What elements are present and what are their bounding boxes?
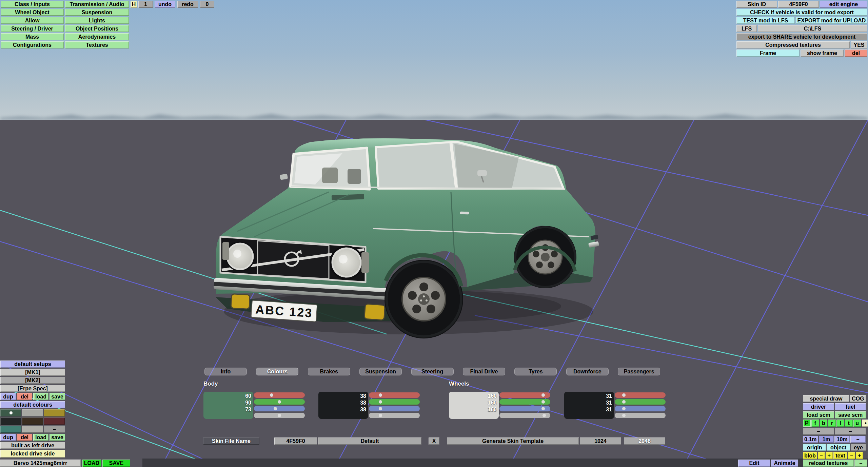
minus-button[interactable]: –: [848, 452, 855, 459]
lfs-button[interactable]: LFS: [736, 25, 757, 32]
wheels-secondary-slider-green[interactable]: [615, 399, 666, 405]
animate-mode-button[interactable]: Animate: [771, 460, 798, 467]
colours-del-button[interactable]: del: [17, 434, 32, 441]
load-vehicle-button[interactable]: LOAD: [82, 460, 101, 467]
b-button[interactable]: b: [820, 420, 828, 427]
wheels-main-slider-handle-shade[interactable]: [542, 414, 546, 417]
save-vehicle-button[interactable]: SAVE: [102, 460, 130, 467]
menu-textures[interactable]: Textures: [65, 41, 129, 48]
menu-steering-driver[interactable]: Steering / Driver: [1, 25, 64, 32]
tab-final-drive[interactable]: Final Drive: [463, 368, 505, 375]
body-main-slider-handle-blue[interactable]: [274, 407, 277, 410]
setup-save-button[interactable]: save: [50, 393, 65, 400]
colour-swatch-3[interactable]: [0, 417, 21, 425]
body-main-slider-red[interactable]: [254, 392, 305, 398]
body-secondary-slider-shade[interactable]: [369, 413, 420, 418]
0-1m-button[interactable]: 0.1m: [803, 436, 818, 443]
object-button[interactable]: object: [827, 444, 850, 451]
body-main-slider-handle-red[interactable]: [270, 393, 273, 397]
tab-passengers[interactable]: Passengers: [618, 368, 660, 375]
wheels-secondary-slider-handle-blue[interactable]: [622, 407, 626, 410]
colour-swatch-2[interactable]: [44, 409, 65, 416]
reload-textures-minus-button[interactable]: –: [854, 460, 867, 467]
wheels-main-slider-shade[interactable]: [499, 413, 550, 418]
setup-load-button[interactable]: load: [33, 393, 48, 400]
frame-button[interactable]: Frame: [736, 50, 800, 57]
minus-button[interactable]: –: [803, 428, 834, 435]
body-secondary-slider-handle-blue[interactable]: [379, 407, 382, 410]
locked-drive-side-button[interactable]: locked drive side: [0, 450, 65, 458]
body-secondary-swatch[interactable]: 383838: [318, 392, 368, 419]
skin-res-2048-button[interactable]: 2048: [624, 437, 665, 445]
wheels-main-slider-green[interactable]: [499, 399, 550, 405]
tab-info[interactable]: Info: [204, 368, 247, 375]
body-main-slider-shade[interactable]: [254, 413, 305, 418]
l-button[interactable]: l: [836, 420, 844, 427]
body-main-slider-handle-green[interactable]: [278, 400, 281, 404]
f-button[interactable]: f: [811, 420, 819, 427]
blob-button[interactable]: blob: [803, 452, 817, 459]
wheels-secondary-slider-handle-red[interactable]: [622, 393, 626, 397]
tab-brakes[interactable]: Brakes: [308, 368, 350, 375]
wheels-secondary-slider-blue[interactable]: [615, 406, 666, 411]
skin-id-value[interactable]: 4F59F0: [778, 1, 819, 8]
wheels-secondary-slider-handle-shade[interactable]: [622, 414, 626, 417]
10m-button[interactable]: 10m: [834, 436, 850, 443]
wheels-secondary-slider-handle-green[interactable]: [622, 400, 626, 404]
setup-del-button[interactable]: del: [17, 393, 32, 400]
body-secondary-slider-red[interactable]: [369, 392, 420, 398]
minus-button[interactable]: –: [850, 436, 866, 443]
driver-button[interactable]: driver: [803, 403, 834, 410]
skin-clear-button[interactable]: X: [429, 437, 439, 445]
vehicle-name-button[interactable]: Bervo 1425mag6mirr: [0, 460, 81, 467]
body-main-swatch[interactable]: 609073: [203, 392, 253, 419]
body-secondary-slider-green[interactable]: [369, 399, 420, 405]
colour-swatch-6[interactable]: [0, 426, 21, 433]
colours-dup-button[interactable]: dup: [0, 434, 16, 441]
export-mod-button[interactable]: EXPORT mod for UPLOAD: [796, 17, 867, 24]
plus-button[interactable]: +: [826, 452, 833, 459]
frame-del-button[interactable]: del: [845, 50, 867, 57]
wheels-secondary-slider-red[interactable]: [615, 392, 666, 398]
menu-transmission-audio[interactable]: Transmission / Audio: [65, 1, 129, 8]
colour-swatch-4[interactable]: [22, 417, 43, 425]
tab-downforce[interactable]: Downforce: [566, 368, 609, 375]
built-as-left-drive-button[interactable]: built as left drive: [0, 442, 65, 449]
default-colours-header[interactable]: default colours: [0, 401, 65, 408]
plus-button[interactable]: +: [856, 452, 863, 459]
r-button[interactable]: r: [828, 420, 836, 427]
wheels-main-slider-red[interactable]: [499, 392, 550, 398]
colour-swatch-0[interactable]: [0, 409, 21, 416]
undo-button[interactable]: undo: [155, 1, 175, 8]
text-button[interactable]: text: [833, 452, 848, 459]
body-secondary-slider-blue[interactable]: [369, 406, 420, 411]
menu-class-inputs[interactable]: Class / Inputs: [1, 1, 64, 8]
wheels-main-slider-handle-red[interactable]: [541, 393, 545, 397]
menu-wheel-object[interactable]: Wheel Object: [1, 9, 64, 16]
colour-swatch-1[interactable]: [22, 409, 43, 416]
body-secondary-slider-handle-red[interactable]: [379, 393, 382, 397]
skin-id-label[interactable]: Skin ID: [736, 1, 777, 8]
1m-button[interactable]: 1m: [819, 436, 834, 443]
test-mod-button[interactable]: TEST mod in LFS: [736, 17, 795, 24]
wheels-secondary-slider-shade[interactable]: [615, 413, 666, 418]
wheels-main-slider-handle-green[interactable]: [541, 400, 545, 404]
setup-mk2[interactable]: [MK2]: [0, 377, 65, 384]
minus-button[interactable]: –: [835, 428, 866, 435]
body-main-slider-handle-shade[interactable]: [278, 414, 281, 417]
setup-dup-button[interactable]: dup: [0, 393, 16, 400]
menu-aerodynamics[interactable]: Aerodynamics: [65, 33, 129, 40]
colour-swatch-5[interactable]: [44, 417, 65, 425]
skin-default-button[interactable]: Default: [318, 437, 421, 445]
setup-mk1[interactable]: [MK1]: [0, 369, 65, 376]
share-vehicle-button[interactable]: export to SHARE vehicle for development: [736, 33, 867, 40]
colour-swatch-more-button[interactable]: –: [44, 426, 65, 433]
tab-colours[interactable]: Colours: [256, 368, 298, 375]
edit-engine-button[interactable]: edit engine: [820, 1, 867, 8]
generate-skin-template-button[interactable]: Generate Skin Template: [447, 437, 579, 445]
menu-lights[interactable]: Lights: [65, 17, 129, 24]
menu-mass[interactable]: Mass: [1, 33, 64, 40]
load-scm-button[interactable]: load scm: [803, 411, 834, 419]
tab-tyres[interactable]: Tyres: [514, 368, 557, 375]
wheels-main-swatch[interactable]: 160160160: [449, 392, 499, 419]
